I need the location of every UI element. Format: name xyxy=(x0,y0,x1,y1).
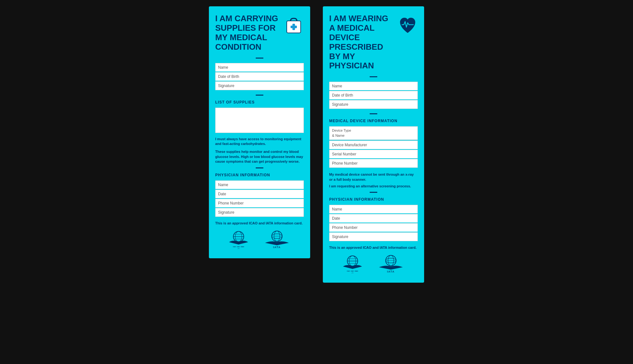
device-type-name-field[interactable]: Device Type& Name xyxy=(329,126,418,140)
physician-phone-field-2[interactable]: Phone Number xyxy=(329,223,418,232)
svg-text:ICAO · OACI · ИКАО: ICAO · OACI · ИКАО xyxy=(347,271,358,272)
physician-signature-field-2[interactable]: Signature xyxy=(329,232,418,241)
physician-info-group: Name Date Phone Number Signature xyxy=(215,180,304,217)
device-manufacturer-field[interactable]: Device Manufacturer xyxy=(329,141,418,149)
patient-info-group: Name Date of Birth Signature xyxy=(215,63,304,90)
physician-phone-field[interactable]: Phone Number xyxy=(215,199,304,207)
device-info-group: Device Type& Name Device Manufacturer Se… xyxy=(329,126,418,168)
list-of-supplies-label: LIST OF SUPPLIES xyxy=(215,100,304,104)
serial-number-field[interactable]: Serial Number xyxy=(329,150,418,158)
device-phone-field[interactable]: Phone Number xyxy=(329,159,418,168)
supplies-box[interactable] xyxy=(215,108,304,133)
physician-info-group-2: Name Date Phone Number Signature xyxy=(329,205,418,241)
physician-date-field-2[interactable]: Date xyxy=(329,214,418,223)
svg-text:IATA: IATA xyxy=(273,246,281,248)
divider2 xyxy=(256,95,263,96)
card2-header: I AM WEARING A MEDICAL DEVICE PRESCRIBED… xyxy=(329,14,418,71)
medical-bag-icon xyxy=(284,15,304,37)
name-field[interactable]: Name xyxy=(215,63,304,72)
alert-text-1: My medical device cannot be sent through… xyxy=(329,172,418,182)
cards-container: I AM CARRYING SUPPLIES FOR MY MEDICAL CO… xyxy=(209,6,424,283)
card1-header: I AM CARRYING SUPPLIES FOR MY MEDICAL CO… xyxy=(215,14,304,52)
patient-info-group-2: Name Date of Birth Signature xyxy=(329,82,418,109)
svg-text:إيكاو: إيكاو xyxy=(351,272,354,274)
divider3 xyxy=(256,167,263,168)
logos-row-1: ICAO · OACI · ИКАО إيكاو IATA xyxy=(215,229,304,251)
name-field-2[interactable]: Name xyxy=(329,82,418,90)
footer-text-1: This is an approved ICAO and IATA inform… xyxy=(215,221,304,225)
divider5 xyxy=(370,113,377,114)
dob-field[interactable]: Date of Birth xyxy=(215,72,304,81)
alert-text-2: I am requesting an alternative screening… xyxy=(329,184,418,189)
icao-logo-2: ICAO · OACI · ИКАО إيكاو xyxy=(342,253,370,275)
body-text-1: I must always have access to monitoring … xyxy=(215,137,304,147)
svg-text:إيكاو: إيكاو xyxy=(237,248,240,249)
divider6 xyxy=(370,192,377,193)
divider1 xyxy=(256,58,263,59)
logos-row-2: ICAO · OACI · ИКАО إيكاو IATA xyxy=(329,253,418,275)
iata-logo-2: IATA xyxy=(377,253,405,275)
svg-text:ICAO · OACI · ИКАО: ICAO · OACI · ИКАО xyxy=(233,246,244,247)
card-device: I AM WEARING A MEDICAL DEVICE PRESCRIBED… xyxy=(323,6,424,283)
svg-rect-2 xyxy=(291,26,297,28)
svg-text:IATA: IATA xyxy=(387,270,395,273)
physician-name-field-2[interactable]: Name xyxy=(329,205,418,213)
medical-device-info-label: MEDICAL DEVICE INFORMATION xyxy=(329,119,418,123)
dob-field-2[interactable]: Date of Birth xyxy=(329,91,418,99)
signature-field-2[interactable]: Signature xyxy=(329,100,418,109)
physician-info-label-2: PHYSICIAN INFORMATION xyxy=(329,197,418,202)
signature-field[interactable]: Signature xyxy=(215,81,304,90)
medical-heart-icon xyxy=(398,15,418,37)
physician-name-field[interactable]: Name xyxy=(215,180,304,189)
iata-logo: IATA xyxy=(263,229,291,251)
physician-info-label-1: PHYSICIAN INFORMATION xyxy=(215,173,304,177)
physician-signature-field[interactable]: Signature xyxy=(215,208,304,217)
card1-title: I AM CARRYING SUPPLIES FOR MY MEDICAL CO… xyxy=(215,14,280,52)
physician-date-field[interactable]: Date xyxy=(215,190,304,198)
card-supplies: I AM CARRYING SUPPLIES FOR MY MEDICAL CO… xyxy=(209,6,310,258)
icao-logo: ICAO · OACI · ИКАО إيكاو xyxy=(228,229,256,251)
divider4 xyxy=(370,76,377,77)
footer-text-2: This is an approved ICAO and IATA inform… xyxy=(329,246,418,249)
body-text-2: These supplies help monitor and control … xyxy=(215,149,304,164)
card2-title: I AM WEARING A MEDICAL DEVICE PRESCRIBED… xyxy=(329,14,394,71)
